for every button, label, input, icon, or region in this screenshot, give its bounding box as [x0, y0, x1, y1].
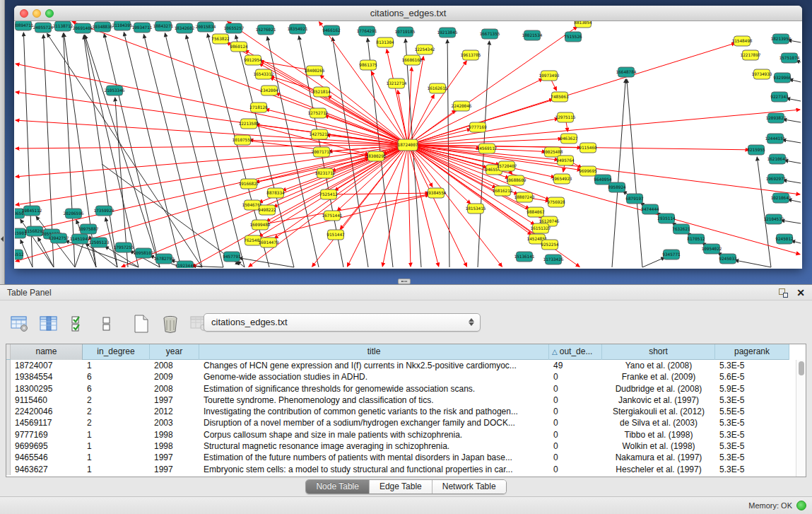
cell-year[interactable]: 2003 [150, 417, 199, 428]
cell-short[interactable]: Nakamura et al. (1997) [602, 452, 715, 463]
cell-out_de[interactable]: 0 [549, 429, 602, 440]
graph-node[interactable]: 14275212 [310, 129, 330, 139]
graph-node[interactable]: 9861375 [359, 60, 377, 70]
float-window-icon[interactable] [779, 288, 788, 298]
cell-in_degree[interactable]: 1 [83, 452, 150, 463]
cell-pagerank[interactable]: 5.3E-5 [715, 395, 789, 406]
graph-node[interactable]: 18342602 [175, 23, 195, 33]
graph-node[interactable]: 9227343 [770, 92, 789, 102]
cell-out_de[interactable]: 0 [549, 395, 602, 406]
graph-node[interactable]: 10958107 [134, 248, 154, 258]
cell-out_de[interactable]: 0 [549, 417, 602, 428]
graph-node[interactable]: 19348836 [93, 22, 113, 32]
cell-name[interactable]: 9463627 [11, 464, 83, 475]
cell-name[interactable]: 9115460 [11, 395, 83, 406]
graph-node[interactable]: 16099489 [250, 220, 271, 230]
cell-name[interactable]: 9777169 [11, 429, 83, 440]
graph-node[interactable]: 12093827 [766, 113, 787, 123]
cell-title[interactable]: Genome-wide association studies in ADHD. [199, 371, 549, 382]
graph-node[interactable]: 8170512 [687, 234, 705, 244]
cell-in_degree[interactable]: 1 [83, 360, 150, 371]
cell-title[interactable]: Estimation of the future numbers of pati… [199, 452, 549, 463]
graph-node[interactable]: 16162615 [428, 83, 448, 93]
graph-node[interactable]: 17359928 [94, 206, 114, 216]
cell-in_degree[interactable]: 1 [83, 464, 150, 475]
cell-title[interactable]: Changes of HCN gene expression and I(f) … [199, 360, 549, 371]
graph-node[interactable]: 8878334 [266, 188, 285, 198]
cell-pagerank[interactable]: 5.6E-5 [715, 371, 789, 382]
cell-out_de[interactable]: 0 [549, 371, 602, 382]
cell-in_degree[interactable]: 2 [83, 406, 150, 417]
cell-name[interactable]: 9699695 [11, 440, 83, 452]
graph-node[interactable]: 21053346 [105, 86, 125, 95]
graph-node[interactable]: 12444151 [765, 134, 786, 144]
cell-short[interactable]: Jankovic et al. (1997) [602, 395, 715, 406]
table-row[interactable]: 969969511998Structural magnetic resonanc… [6, 440, 789, 452]
graph-node[interactable]: 15720407 [497, 161, 517, 171]
graph-node[interactable]: 9912954 [244, 55, 262, 65]
graph-node[interactable]: 21104395 [112, 21, 133, 30]
tab-edge-table[interactable]: Edge Table [370, 480, 433, 493]
graph-node[interactable]: 9860124 [230, 42, 248, 52]
graph-node[interactable]: 17764291 [357, 26, 377, 36]
graph-node[interactable]: 22420046 [452, 101, 472, 111]
graph-node[interactable]: 9466162 [322, 25, 341, 35]
cell-year[interactable]: 1997 [150, 464, 199, 475]
graph-node[interactable]: 9498222 [258, 205, 276, 215]
tab-node-table[interactable]: Node Table [306, 480, 370, 493]
column-header-year[interactable]: year [150, 344, 199, 360]
cell-short[interactable]: Yano et al. (2008) [602, 360, 715, 371]
graph-node[interactable]: 16671355 [480, 29, 500, 39]
graph-node[interactable]: 10975887 [78, 224, 99, 234]
graph-node[interactable]: 19734933 [752, 69, 772, 79]
cell-out_de[interactable]: 0 [549, 452, 602, 463]
cell-short[interactable]: Tibbo et al. (1998) [602, 429, 715, 440]
graph-node[interactable]: 10954022 [702, 244, 722, 254]
graph-node[interactable]: 19934711 [132, 23, 153, 33]
cell-out_de[interactable]: 0 [549, 406, 602, 417]
cell-name[interactable]: 9465546 [11, 452, 83, 463]
cell-title[interactable]: Disruption of a novel member of a sodium… [199, 417, 549, 428]
graph-node[interactable]: 9884067 [526, 207, 545, 217]
close-icon[interactable]: ✕ [796, 287, 805, 298]
cell-year[interactable]: 1998 [150, 440, 199, 452]
cell-year[interactable]: 2008 [150, 383, 199, 395]
graph-node[interactable]: 20015834 [196, 22, 216, 32]
graph-node[interactable]: 19845112 [22, 206, 42, 216]
graph-node[interactable]: 18231712 [315, 168, 336, 178]
graph-node[interactable]: 19384554 [426, 188, 447, 198]
column-header-pagerank[interactable]: pagerank [715, 344, 789, 360]
table-row[interactable]: 1456911722003Disruption of a novel membe… [6, 417, 789, 428]
new-document-button[interactable] [130, 313, 153, 335]
tab-network-table[interactable]: Network Table [433, 480, 506, 493]
cell-in_degree[interactable]: 6 [83, 383, 150, 395]
graph-node[interactable]: 18153415 [466, 204, 486, 214]
graph-node[interactable]: 15751074 [779, 53, 800, 63]
graph-node[interactable]: 2935114 [657, 214, 676, 223]
cell-short[interactable]: Hescheler et al. (1997) [602, 464, 715, 475]
graph-node[interactable]: 12975115 [555, 112, 576, 122]
network-canvas[interactable]: 2089471124055724211387122069140619348836… [15, 21, 801, 268]
graph-node[interactable]: 16782759 [154, 254, 175, 264]
cell-year[interactable]: 1997 [150, 452, 199, 463]
graph-node[interactable]: 9151447 [326, 230, 345, 240]
graph-node[interactable]: 16914479 [259, 238, 279, 247]
graph-node[interactable]: 10655257 [224, 23, 245, 33]
graph-node[interactable]: 7563822 [211, 34, 230, 44]
graph-node[interactable]: 2718120 [249, 103, 268, 112]
graph-node[interactable]: 11923446 [175, 261, 196, 268]
cell-name[interactable]: 18300295 [11, 383, 83, 395]
graph-node[interactable]: 10107553 [233, 135, 253, 145]
cell-out_de[interactable]: 0 [549, 440, 602, 452]
graph-node[interactable]: 8521814 [312, 87, 331, 97]
graph-node[interactable]: 9115460 [579, 143, 597, 153]
graph-node[interactable]: 11451947 [70, 234, 90, 244]
graph-node[interactable]: 18843271 [153, 21, 174, 31]
graph-node[interactable]: 10973493 [539, 71, 560, 81]
cell-year[interactable]: 1998 [150, 429, 199, 440]
graph-node[interactable]: 6879197 [625, 194, 644, 204]
graph-node[interactable]: 18400265 [305, 66, 325, 76]
graph-node[interactable]: 10210643 [771, 193, 792, 203]
table-scrollbar[interactable] [796, 360, 806, 477]
graph-node[interactable]: 12752712 [308, 108, 329, 118]
